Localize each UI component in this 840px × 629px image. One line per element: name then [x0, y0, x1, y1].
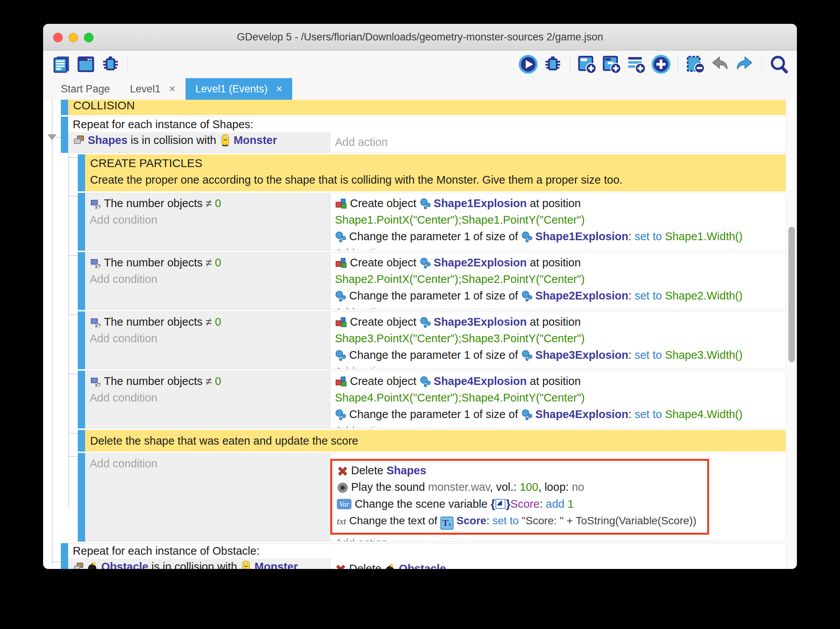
condition-collision[interactable]: Obstacle is in collision with Monster: [68, 559, 330, 569]
vertical-scrollbar[interactable]: [786, 100, 797, 569]
tab-level1-events[interactable]: Level1 (Events) ×: [186, 78, 293, 100]
add-condition-link[interactable]: Add condition: [85, 453, 330, 472]
scrollbar-thumb[interactable]: [788, 227, 795, 362]
event-bar: [61, 100, 68, 115]
window-title: GDevelop 5 - /Users/florian/Downloads/ge…: [237, 31, 603, 43]
particle-object-icon: [335, 231, 346, 243]
condition-number-objects[interactable]: x?The number objects ≠ 0: [85, 312, 330, 330]
event-shape2[interactable]: x?The number objects ≠ 0 Add condition C…: [78, 252, 786, 310]
event-shape4[interactable]: x?The number objects ≠ 0 Add condition C…: [78, 371, 786, 428]
action-position-expression[interactable]: Shape3.PointX("Center");Shape3.PointY("C…: [330, 330, 786, 347]
add-comment-icon[interactable]: [625, 53, 648, 75]
undo-icon[interactable]: [709, 53, 731, 75]
action-change-text[interactable]: txtChange the text of TxScore: set to "S…: [332, 512, 703, 530]
particle-object-icon: [521, 350, 533, 361]
add-condition-link[interactable]: Add condition: [85, 212, 330, 228]
add-condition-link[interactable]: Add condition: [85, 330, 330, 347]
debug-icon[interactable]: [542, 53, 564, 75]
action-position-expression[interactable]: Shape2.PointX("Center");Shape2.PointY("C…: [330, 271, 786, 288]
add-circle-icon[interactable]: [650, 53, 672, 75]
bomb-object-icon: [385, 562, 396, 569]
action-change-size[interactable]: Change the parameter 1 of size of Shape3…: [330, 347, 786, 363]
tab-bar: Start Page Level1 × Level1 (Events) ×: [43, 78, 797, 100]
event-shape3[interactable]: x?The number objects ≠ 0 Add condition C…: [78, 311, 786, 369]
preview-window-icon[interactable]: [75, 53, 97, 75]
add-action-link[interactable]: Add action: [330, 363, 786, 369]
add-condition-link[interactable]: Add condition: [68, 149, 330, 152]
create-object-icon: [335, 257, 347, 269]
comment-delete-shape[interactable]: Delete the shape that was eaten and upda…: [78, 430, 786, 452]
play-icon[interactable]: [517, 53, 539, 75]
condition-collision[interactable]: Shapes is in collision with Monster: [68, 132, 330, 149]
tab-level1[interactable]: Level1 ×: [120, 78, 186, 100]
particle-object-icon: [420, 198, 431, 210]
condition-number-objects[interactable]: x?The number objects ≠ 0: [85, 253, 330, 271]
particle-object-icon: [420, 376, 431, 388]
add-condition-link[interactable]: Add condition: [85, 390, 330, 406]
minimize-window-button[interactable]: [69, 33, 78, 42]
add-subevent-icon[interactable]: [601, 53, 623, 75]
event-repeat-shapes[interactable]: Repeat for each instance of Shapes: Shap…: [61, 117, 786, 153]
particle-object-icon: [335, 291, 346, 302]
action-change-size[interactable]: Change the parameter 1 of size of Shape1…: [330, 228, 786, 245]
tab-label: Level1: [130, 83, 161, 95]
svg-text:x?: x?: [95, 382, 101, 388]
event-bar: [78, 430, 85, 452]
event-repeat-obstacle[interactable]: Repeat for each instance of Obstacle: Ob…: [61, 543, 786, 569]
particle-object-icon: [335, 350, 346, 361]
action-change-size[interactable]: Change the parameter 1 of size of Shape4…: [330, 406, 786, 423]
repeat-header: Repeat for each instance of Obstacle:: [68, 544, 786, 559]
toolbar-separator: [761, 55, 762, 73]
delete-icon: [335, 564, 346, 569]
svg-text:x?: x?: [95, 204, 101, 210]
debugger-icon[interactable]: [99, 53, 122, 75]
action-create-object[interactable]: Create object Shape1Explosion at positio…: [330, 193, 786, 212]
action-create-object[interactable]: Create object Shape3Explosion at positio…: [330, 312, 786, 330]
add-action-link[interactable]: Add action: [330, 423, 786, 428]
remove-event-icon[interactable]: [684, 53, 706, 75]
add-action-link[interactable]: Add action: [330, 132, 786, 151]
add-event-icon[interactable]: [576, 53, 598, 75]
action-create-object[interactable]: Create object Shape4Explosion at positio…: [330, 371, 786, 390]
action-change-variable[interactable]: VarChange the scene variable {}Score: ad…: [332, 495, 703, 512]
comment-create-particles[interactable]: CREATE PARTICLES Create the proper one a…: [78, 154, 786, 191]
action-position-expression[interactable]: Shape4.PointX("Center");Shape4.PointY("C…: [330, 390, 786, 406]
action-delete-obstacle[interactable]: Delete Obstacle: [330, 559, 786, 569]
redo-icon[interactable]: [733, 53, 756, 75]
comment-body: Create the proper one according to the s…: [85, 170, 786, 186]
action-delete-shapes[interactable]: Delete Shapes: [332, 462, 703, 479]
close-tab-icon[interactable]: ×: [169, 83, 175, 95]
project-manager-icon[interactable]: [50, 53, 72, 75]
titlebar: GDevelop 5 - /Users/florian/Downloads/ge…: [43, 24, 797, 50]
action-create-object[interactable]: Create object Shape2Explosion at positio…: [330, 253, 786, 271]
add-action-link[interactable]: Add action: [330, 535, 786, 541]
action-position-expression[interactable]: Shape1.PointX("Center");Shape1.PointY("C…: [330, 212, 786, 228]
close-tab-icon[interactable]: ×: [276, 83, 282, 95]
add-action-link[interactable]: Add action: [330, 304, 786, 309]
tab-label: Start Page: [61, 83, 110, 95]
close-window-button[interactable]: [53, 33, 63, 42]
particle-object-icon: [420, 258, 431, 269]
event-bar: [78, 193, 85, 251]
action-change-size[interactable]: Change the parameter 1 of size of Shape2…: [330, 288, 786, 304]
events-stack: COLLISION Repeat for each instance of Sh…: [43, 100, 786, 569]
create-object-icon: [335, 316, 347, 328]
event-update-score[interactable]: Add condition Delete Shapes Play the sou…: [78, 453, 786, 542]
condition-number-objects[interactable]: x?The number objects ≠ 0: [85, 193, 330, 212]
condition-number-objects[interactable]: x?The number objects ≠ 0: [85, 371, 330, 390]
gdevelop-window: GDevelop 5 - /Users/florian/Downloads/ge…: [43, 24, 797, 569]
action-play-sound[interactable]: Play the sound monster.wav, vol.: 100, l…: [332, 479, 703, 495]
zoom-window-button[interactable]: [84, 33, 94, 42]
event-bar: [78, 453, 85, 542]
object-count-icon: x?: [90, 258, 101, 269]
tab-start-page[interactable]: Start Page: [51, 78, 120, 100]
add-condition-link[interactable]: Add condition: [85, 271, 330, 288]
search-icon[interactable]: [768, 53, 790, 75]
text-object-icon: Tx: [440, 517, 453, 530]
particle-object-icon: [521, 231, 533, 243]
toolbar-separator: [678, 55, 678, 73]
comment-collision[interactable]: COLLISION: [61, 100, 786, 115]
repeat-header: Repeat for each instance of Shapes:: [68, 117, 786, 132]
event-shape1[interactable]: x?The number objects ≠ 0 Add condition C…: [78, 193, 786, 251]
add-action-link[interactable]: Add action: [330, 245, 786, 250]
